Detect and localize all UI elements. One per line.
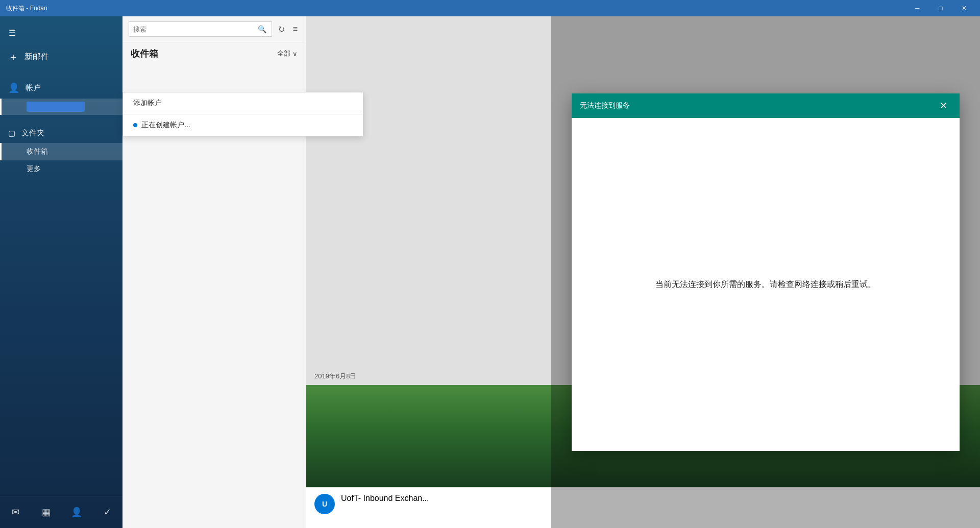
modal-overlay: 无法连接到服务 ✕ 当前无法连接到你所需的服务。请检查网络连接或稍后重试。 <box>551 16 980 528</box>
refresh-icon: ↻ <box>278 25 285 34</box>
sidebar-top: ☰ ＋ 新邮件 <box>0 16 122 73</box>
filter-menu-button[interactable]: ≡ <box>291 22 300 36</box>
hamburger-button[interactable]: ☰ <box>0 20 24 45</box>
search-box[interactable]: 🔍 <box>129 21 272 37</box>
account-dropdown: 添加帐户 正在创建帐户... <box>122 92 363 136</box>
refresh-button[interactable]: ↻ <box>276 22 287 36</box>
sidebar-folder-header[interactable]: ▢ 文件夹 <box>0 123 122 143</box>
add-account-item[interactable]: 添加帐户 <box>123 92 363 114</box>
email-list-header: 收件箱 全部 ∨ <box>122 42 306 65</box>
email-list-toolbar: 🔍 ↻ ≡ <box>122 16 306 42</box>
minimize-button[interactable]: ─ <box>905 0 929 16</box>
modal-header: 无法连接到服务 ✕ <box>572 93 960 118</box>
bottom-calendar-icon[interactable]: ▦ <box>31 500 61 524</box>
sidebar-folder-more[interactable]: 更多 <box>0 160 122 178</box>
inbox-folder-label: 收件箱 <box>27 147 48 155</box>
creating-label: 正在创建帐户... <box>141 121 190 130</box>
add-account-label: 添加帐户 <box>133 99 162 107</box>
hamburger-icon: ☰ <box>9 28 16 38</box>
filter-label: 全部 <box>277 49 290 58</box>
account-section-label: 帐户 <box>26 83 41 93</box>
sidebar-folder-inbox[interactable]: 收件箱 <box>0 143 122 160</box>
progress-dot <box>133 123 137 127</box>
bottom-checkmark-icon[interactable]: ✓ <box>92 500 122 524</box>
sidebar-account-fudan[interactable] <box>0 99 122 115</box>
sidebar-bottom-nav: ✉ ▦ 👤 ✓ <box>0 496 122 528</box>
filter-chevron-icon: ∨ <box>292 50 298 58</box>
sidebar-folders: ▢ 文件夹 收件箱 更多 <box>0 123 122 178</box>
window-controls: ─ □ ✕ <box>905 0 976 16</box>
calendar-icon: ▦ <box>42 507 51 518</box>
app-window: 收件箱 - Fudan ─ □ ✕ ☰ ＋ 新邮件 👤 <box>0 0 980 528</box>
close-button[interactable]: ✕ <box>952 0 976 16</box>
account-creating-item: 正在创建帐户... <box>123 114 363 136</box>
filter-menu-icon: ≡ <box>293 25 298 34</box>
mail-icon: ✉ <box>12 507 19 518</box>
date-label: 2019年6月8日 <box>314 372 356 381</box>
error-dialog: 无法连接到服务 ✕ 当前无法连接到你所需的服务。请检查网络连接或稍后重试。 <box>572 93 960 451</box>
search-icon: 🔍 <box>258 25 266 33</box>
app-body: ☰ ＋ 新邮件 👤 帐户 ▢ <box>0 16 980 528</box>
modal-body: 当前无法连接到你所需的服务。请检查网络连接或稍后重试。 <box>572 118 960 451</box>
folder-icon: ▢ <box>8 129 15 138</box>
sidebar: ☰ ＋ 新邮件 👤 帐户 ▢ <box>0 16 122 528</box>
sidebar-item-accounts[interactable]: 👤 帐户 <box>0 77 122 99</box>
maximize-button[interactable]: □ <box>929 0 952 16</box>
checkmark-icon: ✓ <box>104 507 111 518</box>
modal-close-button[interactable]: ✕ <box>935 98 951 114</box>
search-icon-button[interactable]: 🔍 <box>257 24 267 34</box>
modal-message: 当前无法连接到你所需的服务。请检查网络连接或稍后重试。 <box>655 278 876 291</box>
window-title: 收件箱 - Fudan <box>4 4 47 13</box>
accounts-section: 👤 帐户 <box>0 73 122 119</box>
people-icon: 👤 <box>71 507 82 518</box>
account-name-blurred <box>27 102 85 112</box>
email-list-pane: 🔍 ↻ ≡ 收件箱 全部 ∨ <box>122 16 306 528</box>
sender-name: UofT- Inbound Exchan... <box>341 494 429 503</box>
title-bar: 收件箱 - Fudan ─ □ ✕ <box>0 0 980 16</box>
bottom-mail-icon[interactable]: ✉ <box>0 500 31 524</box>
filter-button[interactable]: 全部 ∨ <box>277 49 298 58</box>
modal-title: 无法连接到服务 <box>580 101 630 110</box>
email-preview-area: 2019年6月8日 U UofT- Inbound Exchan... 无法连接… <box>306 16 980 528</box>
inbox-title: 收件箱 <box>131 47 158 60</box>
new-mail-label: 新邮件 <box>24 52 49 62</box>
plus-icon: ＋ <box>8 50 18 64</box>
person-icon: 👤 <box>8 82 19 93</box>
bottom-people-icon[interactable]: 👤 <box>61 500 92 524</box>
sender-avatar: U <box>314 494 335 514</box>
more-folder-label: 更多 <box>27 164 41 173</box>
search-input[interactable] <box>133 26 257 33</box>
main-content: 🔍 ↻ ≡ 收件箱 全部 ∨ <box>122 16 980 528</box>
new-mail-button[interactable]: ＋ 新邮件 <box>0 45 122 69</box>
folder-section-label: 文件夹 <box>21 128 44 138</box>
